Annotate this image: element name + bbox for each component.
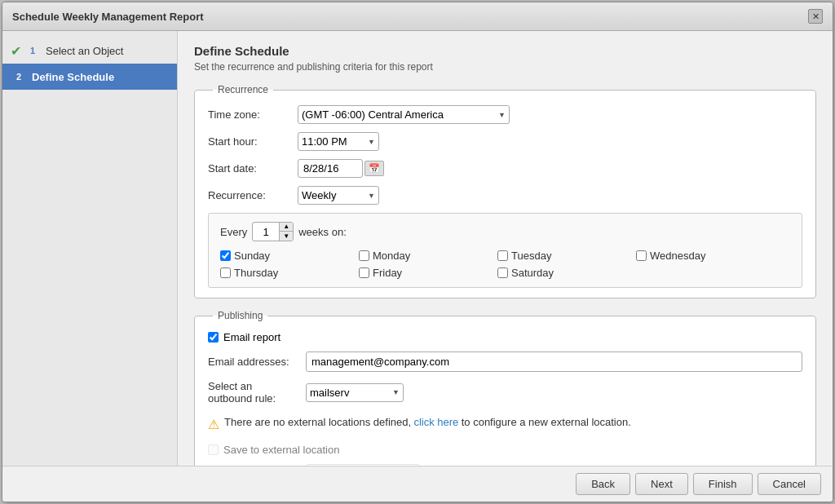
publishing-fieldset: Publishing Email report Email addresses:… bbox=[194, 310, 816, 466]
warning-icon: ⚠ bbox=[208, 417, 219, 432]
location-select[interactable]: --Select-- bbox=[306, 464, 420, 466]
sidebar-item-label-1: Select an Object bbox=[46, 45, 123, 57]
cancel-button[interactable]: Cancel bbox=[758, 473, 821, 495]
outbound-select-wrapper: mailserv bbox=[306, 383, 404, 402]
section-title: Define Schedule bbox=[194, 44, 816, 58]
dialog-title: Schedule Weekly Management Report bbox=[12, 11, 204, 23]
day-friday: Friday bbox=[359, 267, 497, 279]
sidebar-item-label-2: Define Schedule bbox=[32, 71, 114, 83]
warning-text-before: There are no external locations defined, bbox=[224, 416, 411, 428]
monday-checkbox[interactable] bbox=[359, 250, 369, 261]
saturday-checkbox[interactable] bbox=[497, 267, 508, 278]
save-external-checkbox[interactable] bbox=[208, 444, 219, 455]
start-hour-row: Start hour: 11:00 PM bbox=[208, 132, 802, 151]
email-addresses-input[interactable] bbox=[306, 351, 802, 372]
start-hour-select-wrapper: 11:00 PM bbox=[298, 132, 379, 151]
warning-link[interactable]: click here bbox=[413, 416, 458, 428]
start-date-row: Start date: 📅 bbox=[208, 159, 802, 178]
sidebar-item-define-schedule[interactable]: 2 Define Schedule bbox=[2, 64, 177, 90]
spinner-down[interactable]: ▼ bbox=[280, 232, 293, 241]
schedule-dialog: Schedule Weekly Management Report ✕ ✔ 1 … bbox=[2, 2, 833, 502]
every-row: Every ▲ ▼ weeks on: bbox=[220, 222, 790, 241]
checkmark-icon: ✔ bbox=[11, 43, 21, 59]
section-subtitle: Set the recurrence and publishing criter… bbox=[194, 61, 816, 73]
outbound-row: Select anoutbound rule: mailserv bbox=[208, 380, 802, 405]
email-report-checkbox[interactable] bbox=[208, 332, 219, 343]
next-button[interactable]: Next bbox=[635, 473, 688, 495]
day-sunday: Sunday bbox=[220, 250, 359, 262]
recurrence-select-wrapper: Weekly bbox=[298, 186, 379, 205]
every-label: Every bbox=[220, 226, 247, 238]
save-external-row: Save to external location bbox=[208, 444, 802, 456]
tuesday-checkbox[interactable] bbox=[497, 250, 508, 261]
day-monday: Monday bbox=[359, 250, 497, 262]
date-wrapper: 📅 bbox=[298, 159, 384, 178]
wednesday-checkbox[interactable] bbox=[636, 250, 647, 261]
saturday-label[interactable]: Saturday bbox=[511, 267, 554, 279]
sunday-checkbox[interactable] bbox=[220, 250, 231, 261]
start-date-label: Start date: bbox=[208, 162, 298, 175]
warning-text: There are no external locations defined,… bbox=[224, 416, 631, 428]
timezone-select-wrapper: (GMT -06:00) Central America bbox=[298, 105, 510, 124]
close-button[interactable]: ✕ bbox=[808, 9, 823, 24]
outbound-label: Select anoutbound rule: bbox=[208, 380, 306, 405]
tuesday-label[interactable]: Tuesday bbox=[511, 250, 551, 262]
timezone-label: Time zone: bbox=[208, 108, 298, 121]
days-grid: Sunday Monday Tuesday Wednesday bbox=[220, 250, 790, 279]
day-wednesday: Wednesday bbox=[636, 250, 775, 262]
sidebar: ✔ 1 Select an Object 2 Define Schedule bbox=[2, 31, 178, 466]
timezone-row: Time zone: (GMT -06:00) Central America bbox=[208, 105, 802, 124]
warning-row: ⚠ There are no external locations define… bbox=[208, 413, 802, 435]
thursday-checkbox[interactable] bbox=[220, 267, 231, 278]
sidebar-item-select-object[interactable]: ✔ 1 Select an Object bbox=[2, 38, 177, 64]
weeks-on-label: weeks on: bbox=[298, 226, 347, 238]
sidebar-item-number-1: 1 bbox=[24, 42, 41, 59]
recurrence-fieldset: Recurrence Time zone: (GMT -06:00) Centr… bbox=[194, 84, 816, 298]
back-button[interactable]: Back bbox=[576, 473, 630, 495]
spinner-up[interactable]: ▲ bbox=[280, 223, 293, 232]
save-external-label: Save to external location bbox=[223, 444, 339, 456]
dialog-body: ✔ 1 Select an Object 2 Define Schedule D… bbox=[2, 31, 833, 466]
recurrence-select[interactable]: Weekly bbox=[298, 186, 379, 205]
location-select-wrapper: --Select-- bbox=[306, 464, 420, 466]
email-report-row: Email report bbox=[208, 331, 802, 343]
finish-button[interactable]: Finish bbox=[693, 473, 753, 495]
calendar-button[interactable]: 📅 bbox=[364, 161, 384, 176]
warning-text-after: to configure a new external location. bbox=[462, 416, 631, 428]
start-hour-select[interactable]: 11:00 PM bbox=[298, 132, 379, 151]
day-thursday: Thursday bbox=[220, 267, 359, 279]
friday-checkbox[interactable] bbox=[359, 267, 369, 278]
sidebar-item-number-2: 2 bbox=[11, 69, 27, 85]
every-spinner: ▲ ▼ bbox=[252, 222, 294, 241]
main-content: Define Schedule Set the recurrence and p… bbox=[178, 31, 833, 466]
spinner-buttons: ▲ ▼ bbox=[279, 223, 293, 241]
every-input[interactable] bbox=[253, 224, 279, 240]
timezone-select[interactable]: (GMT -06:00) Central America bbox=[298, 105, 510, 124]
sunday-label[interactable]: Sunday bbox=[234, 250, 270, 262]
recurrence-label: Recurrence: bbox=[208, 189, 298, 201]
day-saturday: Saturday bbox=[497, 267, 636, 279]
outbound-select[interactable]: mailserv bbox=[306, 383, 404, 402]
thursday-label[interactable]: Thursday bbox=[234, 267, 278, 279]
start-hour-label: Start hour: bbox=[208, 135, 298, 148]
start-date-input[interactable] bbox=[298, 159, 363, 178]
recurrence-legend: Recurrence bbox=[213, 84, 273, 95]
day-tuesday: Tuesday bbox=[497, 250, 636, 262]
publishing-legend: Publishing bbox=[213, 310, 267, 321]
email-addresses-row: Email addresses: bbox=[208, 351, 802, 372]
friday-label[interactable]: Friday bbox=[373, 267, 402, 279]
dialog-titlebar: Schedule Weekly Management Report ✕ bbox=[2, 2, 833, 31]
recurrence-row: Recurrence: Weekly bbox=[208, 186, 802, 205]
monday-label[interactable]: Monday bbox=[373, 250, 410, 262]
wednesday-label[interactable]: Wednesday bbox=[650, 250, 705, 262]
select-location-row: Select a location: --Select-- bbox=[208, 464, 802, 466]
dialog-footer: Back Next Finish Cancel bbox=[2, 466, 833, 502]
email-addresses-label: Email addresses: bbox=[208, 356, 306, 368]
email-report-label[interactable]: Email report bbox=[223, 331, 281, 343]
weekly-options: Every ▲ ▼ weeks on: S bbox=[208, 213, 802, 288]
